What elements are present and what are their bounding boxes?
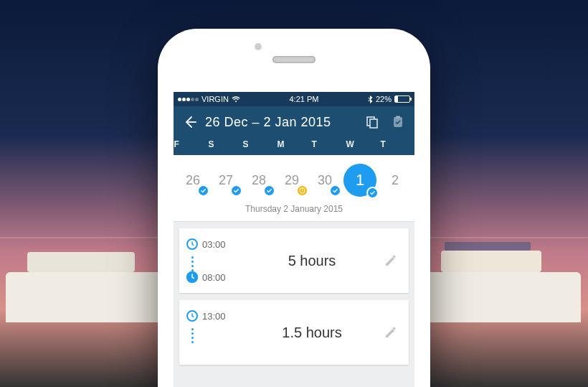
date-chip-2[interactable]: 2 — [381, 166, 409, 195]
check-badge-icon — [230, 185, 242, 197]
copy-button[interactable] — [361, 111, 383, 133]
bluetooth-icon — [368, 95, 373, 103]
weekday-label: S — [242, 139, 276, 149]
weekday-label: T — [311, 139, 345, 149]
copy-icon — [366, 116, 379, 129]
time-entry-card[interactable]: 03:0008:005 hours — [179, 228, 409, 293]
svg-rect-3 — [396, 116, 400, 118]
phone-speaker — [272, 56, 316, 63]
svg-rect-1 — [370, 119, 377, 128]
carrier-label: VIRGIN — [201, 95, 229, 103]
clock-icon — [186, 238, 198, 250]
check-badge-icon — [366, 187, 379, 199]
pencil-icon — [384, 326, 397, 339]
start-time: 03:00 — [202, 239, 226, 250]
time-entry-card[interactable]: 13:001.5 hours — [179, 300, 409, 365]
status-bar: VIRGIN 4:21 PM 22% — [174, 92, 414, 106]
clock-icon — [186, 271, 198, 283]
date-chip-28[interactable]: 28 — [245, 166, 273, 195]
phone-camera — [255, 43, 262, 50]
page-title: 26 Dec – 2 Jan 2015 — [205, 115, 357, 130]
statusbar-time: 4:21 PM — [289, 95, 318, 103]
weekday-label: F — [174, 139, 207, 149]
time-connector-icon — [191, 254, 193, 267]
date-chip-29[interactable]: 29 — [278, 166, 306, 195]
selected-date-label: Thursday 2 January 2015 — [174, 201, 414, 221]
end-time: 08:00 — [202, 272, 226, 283]
back-arrow-icon — [183, 115, 197, 129]
check-badge-icon — [197, 185, 209, 197]
battery-icon — [394, 95, 410, 103]
signal-dots-icon — [178, 98, 199, 101]
time-range: 03:0008:00 — [186, 238, 244, 283]
date-chip-27[interactable]: 27 — [212, 166, 240, 195]
duration-label: 5 hours — [244, 238, 380, 283]
phone-frame: VIRGIN 4:21 PM 22% 26 Dec – 2 Jan 2015 — [158, 29, 430, 387]
duration-label: 1.5 hours — [244, 310, 380, 355]
edit-button[interactable] — [380, 310, 402, 355]
weekday-label: T — [380, 139, 414, 149]
clock-badge-icon — [296, 185, 308, 197]
date-strip: 262728293012 Thursday 2 January 2015 — [174, 155, 414, 221]
weekday-row: F S S M T W T — [174, 138, 414, 155]
phone-screen: VIRGIN 4:21 PM 22% 26 Dec – 2 Jan 2015 — [174, 92, 414, 387]
back-button[interactable] — [179, 111, 201, 133]
clipboard-button[interactable] — [387, 111, 409, 133]
background-boat-right — [423, 272, 581, 322]
clipboard-icon — [392, 116, 404, 129]
weekday-label: W — [346, 139, 379, 149]
weekday-label: S — [208, 139, 242, 149]
time-connector-icon — [191, 326, 193, 339]
battery-pct: 22% — [376, 95, 392, 103]
background-boat-left — [6, 272, 178, 322]
entries-list: 03:0008:005 hours13:001.5 hours — [174, 228, 414, 365]
wifi-icon — [232, 95, 240, 103]
edit-button[interactable] — [380, 238, 402, 283]
check-badge-icon — [329, 185, 341, 197]
date-chip-26[interactable]: 26 — [179, 166, 207, 195]
weekday-label: M — [277, 139, 310, 149]
date-chip-30[interactable]: 30 — [310, 166, 339, 195]
time-range: 13:00 — [186, 310, 244, 355]
date-chip-1[interactable]: 1 — [343, 164, 376, 197]
start-time: 13:00 — [202, 311, 226, 322]
clock-icon — [186, 310, 198, 322]
check-badge-icon — [263, 185, 275, 197]
nav-header: 26 Dec – 2 Jan 2015 F S S M T W T — [174, 106, 414, 155]
pencil-icon — [384, 254, 397, 267]
